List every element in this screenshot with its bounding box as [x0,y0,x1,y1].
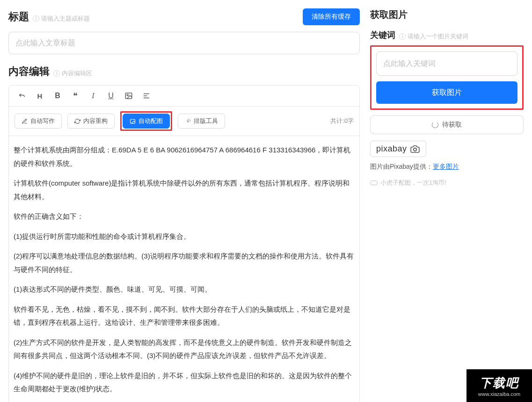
layout-tool-button[interactable]: 排版工具 [178,114,225,129]
quote-button[interactable]: ❝ [67,88,84,103]
pending-button[interactable]: 待获取 [370,115,524,134]
heading-button[interactable]: H [31,88,48,103]
cloud-icon [370,180,378,185]
content-paragraph: 整个计算机系统由两部分组成：E.69DA 5 E 6 BA 9062616964… [14,144,355,170]
auto-write-button[interactable]: 自动写作 [15,114,62,129]
refresh-icon [74,118,80,124]
pixabay-badge: pixabay [370,141,426,157]
keyword-label: 关键词 [370,29,395,41]
auto-image-highlight: 自动配图 [120,111,172,131]
keyword-input[interactable] [376,51,517,76]
info-icon: i [399,33,406,40]
align-left-button[interactable] [138,88,155,103]
credit-line: 图片由Pixabay提供：更多图片 [370,163,524,171]
content-paragraph: (2)生产方式不同的软件是开发，是人类智能的高发挥，而不是传统意义上的硬件制造。… [14,336,355,363]
keyword-highlight-box: 获取图片 [370,45,524,110]
content-paragraph: 软件的正确含义如下： [14,210,355,223]
content-section-label: 内容编辑 [8,65,50,79]
editor-toolbar: H B ❝ I U [9,86,359,107]
side-column: 获取图片 关键词 i 请输入一个图片关键词 获取图片 待获取 pixabay 图… [370,8,524,402]
article-title-input[interactable] [8,32,360,54]
camera-icon [410,145,420,153]
content-paragraph: (1)提供运行时所需功能和性能的命令或计算机程序集合。 [14,230,355,244]
spinner-icon [432,122,438,128]
svg-point-1 [127,94,128,96]
content-paragraph: 计算机软件(computer software)是指计算机系统中除硬件以外的所有… [14,177,355,203]
fetch-image-title: 获取图片 [370,8,408,21]
italic-button[interactable]: I [85,88,102,103]
restructure-button[interactable]: 内容重构 [67,114,115,129]
more-images-link[interactable]: 更多图片 [433,163,459,170]
content-hint: i 内容编辑区 [53,69,92,78]
main-column: 标题 i 请输入主题或标题 清除所有缓存 内容编辑 i 内容编辑区 [8,8,360,402]
bold-button[interactable]: B [49,88,66,103]
info-icon: i [53,70,60,77]
watermark: 下载吧 www.xiazaiba.com [466,369,532,402]
svg-point-6 [413,148,416,151]
title-hint: i 请输入主题或标题 [33,14,90,23]
editor-content[interactable]: 整个计算机系统由两部分组成：E.69DA 5 E 6 BA 9062616964… [9,136,359,402]
editor-frame: H B ❝ I U 自动写作 内容重构 [8,85,360,402]
picture-icon [130,118,136,124]
magic-icon [185,118,191,124]
content-paragraph: (1)表达形式不同的硬件类型、颜色、味道、可见、可摸、可闻。 [14,283,355,296]
fetch-image-button[interactable]: 获取图片 [376,81,517,104]
title-header: 标题 i 请输入主题或标题 清除所有缓存 [8,8,360,25]
clear-cache-button[interactable]: 清除所有缓存 [303,8,360,25]
title-section-label: 标题 [8,10,29,24]
word-count: 共计:0字 [330,117,354,125]
image-button[interactable] [120,88,137,103]
content-header: 内容编辑 i 内容编辑区 [8,65,360,79]
pen-icon [22,118,28,124]
undo-icon[interactable] [14,88,30,103]
keyword-hint: i 请输入一个图片关键词 [399,32,468,41]
content-paragraph: 软件看不见，无色，枯燥，看不见，摸不到，闻不到。软件大部分存在于人们的头脑或纸上… [14,303,355,330]
auto-image-button[interactable]: 自动配图 [123,114,170,129]
side-footer-hint: 小虎子配图，一次1淘币! [370,179,524,187]
content-paragraph: (4)维护不同的硬件是旧的，理论上软件是旧的，并不坏，但实际上软件也是旧的和坏的… [14,369,355,396]
content-paragraph: (2)程序可以满意地处理信息的数据结构。(3)说明程序功能要求和程序需要的文档的… [14,250,355,276]
underline-button[interactable]: U [102,88,119,103]
editor-action-row: 自动写作 内容重构 自动配图 排版工具 共计:0字 [9,107,359,136]
info-icon: i [33,15,39,22]
